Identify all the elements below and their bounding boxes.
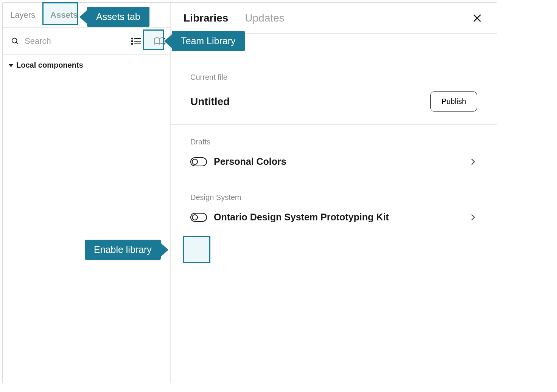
chevron-right-icon [469,213,477,222]
disclosure-down-icon [9,63,13,68]
assets-search-input[interactable] [25,36,129,46]
libraries-panel: Libraries Updates Current file Untitled [171,3,497,383]
current-file-section: Current file Untitled Publish [171,60,497,125]
tab-layers[interactable]: Layers [3,3,43,27]
library-item-label: Ontario Design System Prototyping Kit [214,212,469,223]
search-icon [11,37,19,45]
drafts-heading: Drafts [190,138,477,146]
library-item-label: Personal Colors [214,156,469,167]
library-item-ontario-kit[interactable]: Ontario Design System Prototyping Kit [190,212,477,223]
svg-marker-9 [9,64,13,67]
svg-line-1 [16,42,18,44]
svg-point-4 [132,40,133,42]
local-components-label: Local components [16,61,83,70]
local-components-section[interactable]: Local components [3,55,170,76]
svg-point-0 [12,38,17,43]
svg-point-2 [132,38,133,39]
assets-search-row [3,28,170,55]
callout-team-library: Team Library [172,31,245,51]
design-system-section: Design System Ontario Design System Prot… [171,180,497,236]
drafts-section: Drafts Personal Colors [171,125,497,180]
design-system-heading: Design System [190,193,477,202]
tab-libraries[interactable]: Libraries [184,12,228,24]
callout-enable-library: Enable library [85,240,161,260]
libraries-header: Libraries Updates [171,3,497,34]
current-file-name: Untitled [190,96,230,108]
toggle-ontario-kit[interactable] [190,213,207,222]
list-view-icon[interactable] [129,34,144,49]
callout-assets-tab: Assets tab [87,7,149,27]
libraries-search-input[interactable] [209,42,477,52]
tab-updates[interactable]: Updates [245,12,284,24]
library-item-personal-colors[interactable]: Personal Colors [190,156,477,167]
toggle-personal-colors[interactable] [190,157,207,166]
current-file-label: Current file [190,73,477,82]
close-button[interactable] [470,11,484,25]
svg-point-6 [132,43,133,44]
chevron-right-icon [469,158,477,166]
tab-assets[interactable]: Assets [43,3,85,27]
left-assets-panel: Layers Assets [3,3,171,383]
publish-button[interactable]: Publish [430,91,477,112]
